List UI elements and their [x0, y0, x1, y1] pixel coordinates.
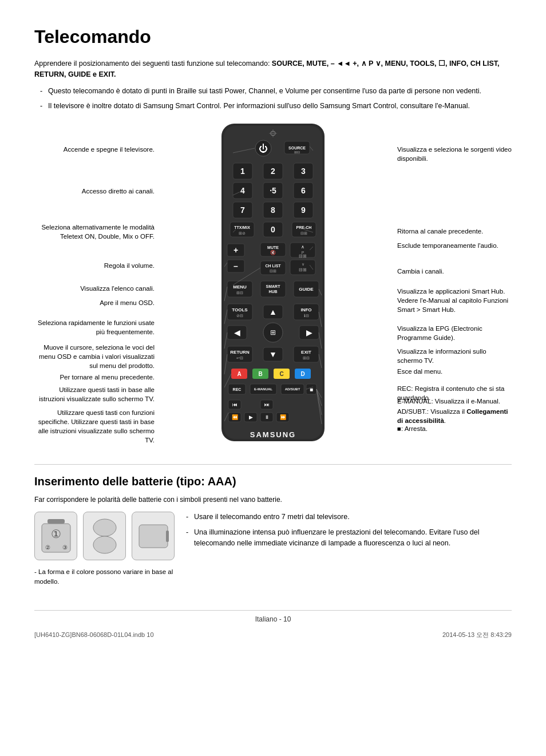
svg-text:AD/SUBT: AD/SUBT [285, 387, 300, 391]
svg-text:GUIDE: GUIDE [299, 287, 314, 292]
intro-bullets: Questo telecomando è dotato di punti in … [40, 86, 512, 112]
annotation-stop: ■: Arresta. [397, 424, 512, 433]
svg-text:TOOLS: TOOLS [232, 307, 248, 312]
svg-text:⊘⊟: ⊘⊟ [236, 314, 243, 318]
annotation-pchange: Cambia i canali. [397, 267, 512, 276]
svg-text:A: A [237, 371, 241, 377]
svg-text:🔇: 🔇 [270, 250, 276, 255]
svg-text:MUTE: MUTE [267, 246, 279, 250]
svg-text:–: – [234, 262, 238, 271]
svg-text:⊞⊘: ⊞⊘ [239, 231, 246, 235]
battery-note-right-1: Usare il telecomando entro 7 metri dal t… [186, 512, 512, 523]
annotation-exit: Esce dal menu. [397, 367, 512, 376]
svg-text:B: B [258, 371, 262, 377]
intro-paragraph: Apprendere il posizionamento dei seguent… [34, 58, 512, 80]
svg-text:EXIT: EXIT [301, 350, 311, 355]
annotation-volume: Regola il volume. [34, 261, 155, 270]
annotation-source: Visualizza e seleziona le sorgenti video… [397, 145, 512, 163]
svg-text:⊞: ⊞ [270, 328, 276, 337]
bullet-item-1: Questo telecomando è dotato di punti in … [40, 86, 512, 97]
svg-text:+: + [234, 246, 238, 255]
annotation-tools: Seleziona rapidamente le funzioni usate … [34, 318, 155, 337]
svg-text:CH LIST: CH LIST [265, 264, 281, 268]
annotation-menu: Apre il menu OSD. [34, 298, 155, 307]
annotation-adsubt: AD/SUBT.: Visualizza il Collegamenti di … [397, 407, 512, 425]
svg-text:⏭: ⏭ [264, 402, 270, 407]
intro-text: Apprendere il posizionamento dei seguent… [34, 60, 270, 68]
svg-text:·5: ·5 [270, 186, 276, 195]
page-number: Italiano - 10 [34, 614, 512, 624]
svg-text:⊟⊞: ⊟⊞ [270, 269, 276, 273]
battery-intro: Far corrispondere le polarità delle batt… [34, 494, 512, 505]
svg-text:⏸: ⏸ [264, 414, 270, 420]
svg-text:⏮: ⏮ [232, 402, 238, 407]
svg-text:HUB: HUB [268, 290, 277, 294]
svg-text:↩⊟: ↩⊟ [236, 356, 243, 360]
svg-text:⊞⊟: ⊞⊟ [303, 356, 310, 360]
svg-text:8: 8 [271, 205, 275, 215]
battery-notes-right: Usare il telecomando entro 7 metri dal t… [186, 512, 512, 557]
svg-rect-143 [139, 525, 168, 548]
svg-text:③: ③ [62, 544, 67, 551]
svg-rect-144 [166, 531, 169, 542]
svg-text:⊟⊞: ⊟⊞ [299, 254, 307, 259]
battery-image-2 [83, 512, 126, 560]
svg-point-141 [93, 519, 116, 536]
svg-text:⊟⊞: ⊟⊞ [299, 267, 307, 272]
remote-control: ⏻ SOURCE ⊞⊟ 1 2 3 4 ·5 6 [216, 121, 330, 450]
annotation-emanual: E-MANUAL: Visualizza il e-Manual. [397, 397, 512, 406]
svg-text:E-MANUAL: E-MANUAL [254, 387, 272, 391]
svg-text:▼: ▼ [269, 350, 277, 359]
svg-text:SAMSUNG: SAMSUNG [250, 430, 296, 439]
svg-text:6: 6 [301, 186, 306, 195]
annotation-ttx: Seleziona alternativamente le modalità T… [34, 223, 155, 241]
svg-text:TTX/MIX: TTX/MIX [234, 225, 250, 229]
svg-text:9: 9 [301, 205, 306, 215]
svg-text:∧: ∧ [301, 244, 304, 250]
annotation-prech: Ritorna al canale precedente. [397, 227, 512, 236]
annotation-channel: Accesso diretto ai canali. [34, 187, 155, 196]
bullet-item-2: Il televisore è inoltre dotato di Samsun… [40, 101, 512, 112]
svg-text:⊞⊟: ⊞⊟ [294, 151, 300, 154]
svg-text:▶: ▶ [306, 328, 312, 337]
svg-text:3: 3 [301, 167, 306, 176]
svg-text:SOURCE: SOURCE [288, 146, 306, 150]
battery-images-row: ① ② ③ [34, 512, 175, 560]
svg-text:▲: ▲ [269, 307, 277, 316]
svg-text:D: D [300, 371, 304, 377]
svg-rect-136 [48, 519, 65, 524]
battery-section: Inserimento delle batterie (tipo: AAA) F… [34, 464, 512, 587]
battery-content: ① ② ③ [34, 512, 512, 587]
annotation-colored: Utilizzare questi tasti in base alle ist… [34, 385, 155, 403]
svg-text:▶: ▶ [249, 414, 253, 420]
svg-text:⊟⊞: ⊟⊞ [300, 231, 307, 235]
svg-text:⏻: ⏻ [259, 144, 268, 153]
svg-text:PRE-CH: PRE-CH [296, 225, 312, 229]
annotation-smarthub: Visualizza le applicazioni Smart Hub. Ve… [397, 287, 512, 314]
annotation-cursor: Muove il cursore, seleziona le voci del … [34, 343, 155, 370]
annotation-mute: Esclude temporaneamente l'audio. [397, 241, 512, 250]
svg-text:C: C [279, 371, 283, 377]
svg-text:MENU: MENU [233, 284, 247, 290]
footer-file-info: [UH6410-ZG]BN68-06068D-01L04.indb 10 [34, 630, 154, 640]
svg-text:1: 1 [240, 167, 245, 176]
svg-text:⊞⊟: ⊞⊟ [236, 291, 243, 295]
svg-text:◀: ◀ [234, 328, 240, 337]
battery-image-1: ① ② ③ [34, 512, 77, 560]
page-footer: [UH6410-ZG]BN68-06068D-01L04.indb 10 201… [34, 630, 512, 640]
footer-date-info: 2014-05-13 오전 8:43:29 [442, 630, 512, 640]
svg-text:REC: REC [233, 387, 242, 391]
annotation-epg: Visualizza la EPG (Electronic Programme … [397, 324, 512, 342]
svg-text:⏩: ⏩ [280, 414, 287, 421]
annotation-power: Accende e spegne il televisore. [34, 145, 155, 154]
svg-text:7: 7 [240, 205, 245, 215]
battery-image-3 [132, 512, 175, 560]
svg-text:ℹ⊟: ℹ⊟ [304, 314, 309, 318]
svg-text:4: 4 [240, 186, 245, 195]
annotation-chlist: Visualizza l'elenco canali. [34, 284, 155, 293]
annotation-info-screen: Visualizza le informazioni sullo schermo… [397, 347, 512, 365]
battery-note-right-2: Una illuminazione intensa può influenzar… [186, 527, 512, 549]
svg-text:∨: ∨ [302, 262, 304, 266]
svg-text:①: ① [51, 528, 61, 540]
remote-section: Accende e spegne il televisore. Accesso … [34, 121, 512, 447]
